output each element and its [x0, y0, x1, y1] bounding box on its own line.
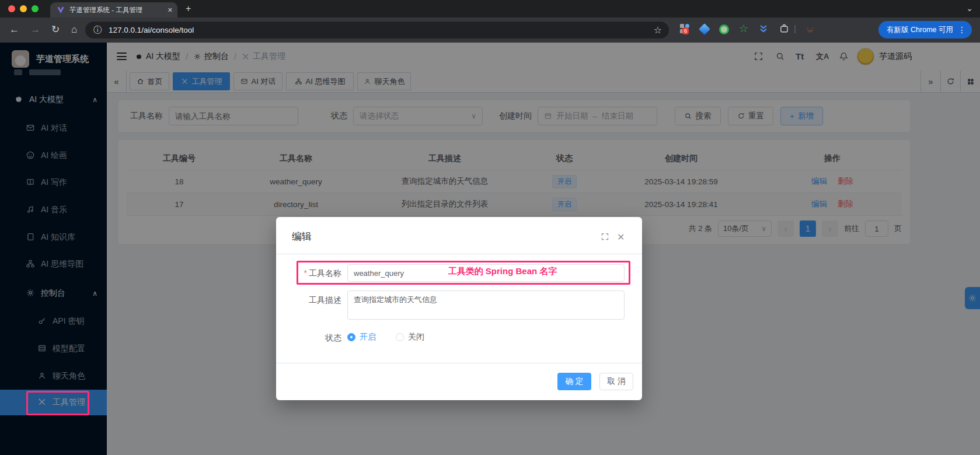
browser-toolbar: ← → ↻ ⌂ ⓘ 127.0.0.1/ai/console/tool ☆ 6 … [0, 18, 980, 43]
browser-tab[interactable]: 芋道管理系统 - 工具管理 ✕ [50, 2, 177, 18]
tool-name-field-label: *工具名称 [295, 268, 341, 279]
status-radio-group: 开启 关闭 [347, 331, 424, 343]
tool-desc-field-label: 工具描述 [295, 295, 341, 306]
screen: 芋道管理系统 - 工具管理 ✕ + ⌄ ← → ↻ ⌂ ⓘ 127.0.0.1/… [0, 0, 980, 455]
radio-off-label[interactable]: 关闭 [408, 332, 424, 342]
radio-off-icon[interactable] [396, 333, 404, 341]
tool-desc-field[interactable]: 查询指定城市的天气信息 [347, 290, 625, 320]
forward-icon[interactable]: → [30, 23, 40, 36]
dialog-title: 编辑 [292, 230, 312, 243]
home-icon[interactable]: ⌂ [71, 23, 77, 36]
dialog-footer-divider [276, 363, 642, 363]
toolbar-divider: | [794, 23, 796, 33]
tab-search-icon[interactable]: ⌄ [966, 4, 973, 13]
chrome-update-button[interactable]: 有新版 Chrome 可用 ⋮ [878, 21, 972, 38]
radio-on-icon[interactable] [347, 333, 355, 341]
kebab-menu-icon[interactable]: ⋮ [958, 25, 966, 34]
extension-grid-icon[interactable]: 6 [679, 23, 692, 36]
extension-circle-icon[interactable] [719, 24, 729, 34]
bookmark-star-icon[interactable]: ☆ [654, 24, 662, 36]
annotation-highlight-sidebar-tool-manage [26, 391, 89, 415]
url-bar[interactable]: ⓘ 127.0.0.1/ai/console/tool ☆ [85, 22, 669, 38]
chrome-update-label: 有新版 Chrome 可用 [887, 25, 953, 35]
url-text[interactable]: 127.0.0.1/ai/console/tool [109, 26, 654, 34]
traffic-light-zoom[interactable] [32, 5, 39, 12]
radio-on-label[interactable]: 开启 [360, 332, 376, 342]
traffic-light-minimize[interactable] [20, 5, 27, 12]
dialog-header-divider [276, 254, 642, 254]
browser-tab-title: 芋道管理系统 - 工具管理 [69, 6, 168, 15]
dialog-close-icon[interactable]: ✕ [617, 232, 625, 243]
extensions-puzzle-icon[interactable] [779, 23, 790, 35]
annotation-spring-bean-note: 工具类的 Spring Bean 名字 [433, 266, 573, 277]
new-tab-icon[interactable]: + [186, 4, 191, 14]
required-asterisk: * [304, 268, 307, 278]
extension-chevrons-icon[interactable] [758, 23, 769, 36]
traffic-light-close[interactable] [8, 5, 15, 12]
cancel-button[interactable]: 取 消 [599, 373, 633, 390]
reload-icon[interactable]: ↻ [51, 23, 60, 36]
extension-star-icon[interactable]: ☆ [739, 22, 748, 35]
site-favicon [57, 6, 65, 14]
dialog-fullscreen-icon[interactable] [601, 232, 609, 242]
status-field-label: 状态 [295, 333, 341, 344]
confirm-button[interactable]: 确 定 [557, 373, 591, 390]
edit-tool-dialog: 编辑 ✕ *工具名称 工具类的 Spring Bean 名字 工具描述 查询指定… [276, 217, 642, 400]
back-icon[interactable]: ← [9, 23, 19, 36]
tab-close-icon[interactable]: ✕ [168, 6, 173, 14]
extension-kite-icon[interactable] [699, 23, 710, 35]
browser-tabstrip: 芋道管理系统 - 工具管理 ✕ + ⌄ [0, 0, 980, 18]
site-info-icon[interactable]: ⓘ [93, 25, 102, 36]
extension-badge: 6 [682, 27, 689, 34]
